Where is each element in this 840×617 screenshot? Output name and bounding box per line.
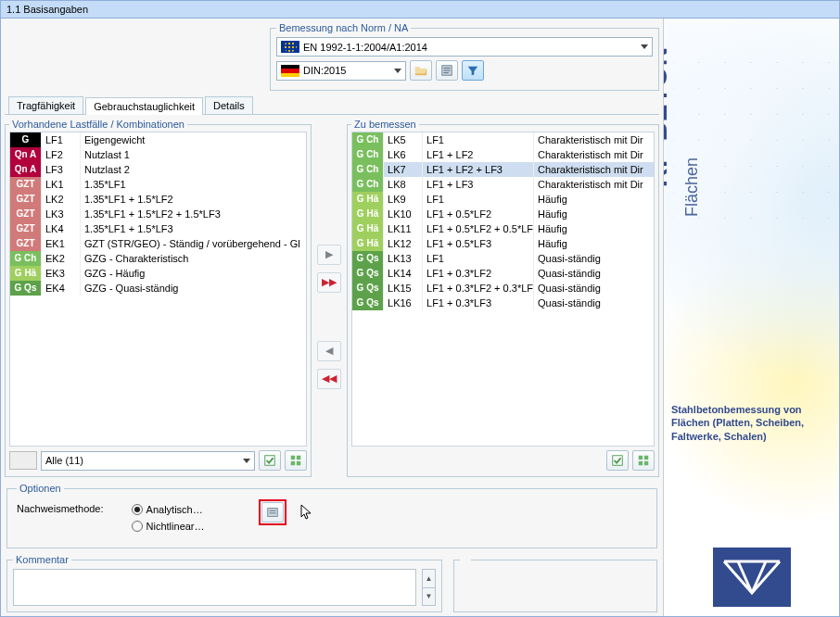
load-id: LK1 xyxy=(42,177,81,192)
tab-serviceability[interactable]: Gebrauchstauglichkeit xyxy=(85,97,203,115)
load-id: LK12 xyxy=(384,236,423,251)
list-item[interactable]: G QsLK15LF1 + 0.3*LF2 + 0.3*LFQuasi-stän… xyxy=(352,281,654,296)
load-id: LK6 xyxy=(384,147,423,162)
color-swatch xyxy=(9,451,37,470)
load-id: LK7 xyxy=(384,162,423,177)
load-id: EK2 xyxy=(42,251,81,266)
design-norm-legend: Bemessung nach Norm / NA xyxy=(276,22,411,33)
load-type-tag: GZT xyxy=(10,177,42,192)
aux-group: x xyxy=(453,554,657,612)
open-file-button[interactable] xyxy=(410,60,432,81)
load-desc: 1.35*LF1 + 1.5*LF2 + 1.5*LF3 xyxy=(81,207,306,221)
load-id: LK2 xyxy=(42,192,81,207)
chevron-down-icon xyxy=(243,459,250,463)
load-desc: LF1 + 0.3*LF2 xyxy=(423,266,533,281)
select-all-right-button[interactable] xyxy=(606,450,629,471)
list-item[interactable]: G ChEK2GZG - Charakteristisch xyxy=(10,251,306,266)
list-item[interactable]: G ChLK7LF1 + LF2 + LF3Charakteristisch m… xyxy=(352,162,654,177)
list-item[interactable]: GZTLK11.35*LF1 xyxy=(10,177,306,192)
list-item[interactable]: G HäLK9LF1Häufig xyxy=(352,192,654,207)
radio-analytical[interactable]: Analytisch… xyxy=(132,501,205,518)
load-detail: Häufig xyxy=(533,221,654,236)
load-id: LK16 xyxy=(384,296,423,310)
load-type-tag: G Hä xyxy=(352,192,384,207)
filter-value: Alle (11) xyxy=(45,455,83,466)
load-type-tag: G Qs xyxy=(352,296,384,310)
to-design-legend: Zu bemessen xyxy=(351,119,419,130)
list-item[interactable]: G QsEK4GZG - Quasi-ständig xyxy=(10,281,306,296)
load-detail: Häufig xyxy=(533,207,654,221)
group-right-button[interactable] xyxy=(632,450,655,471)
radio-nonlinear[interactable]: Nichtlinear… xyxy=(132,518,205,535)
tab-details[interactable]: Details xyxy=(205,96,253,114)
svg-rect-9 xyxy=(639,461,643,465)
cursor-icon xyxy=(300,509,313,523)
load-detail: Charakteristisch mit Dir xyxy=(533,177,654,192)
load-desc: 1.35*LF1 + 1.5*LF3 xyxy=(81,221,306,236)
list-item[interactable]: GZTLK41.35*LF1 + 1.5*LF3 xyxy=(10,221,306,236)
move-right-button[interactable]: ▶ xyxy=(317,245,341,265)
load-type-tag: G Ch xyxy=(352,132,384,147)
load-desc: 1.35*LF1 + 1.5*LF2 xyxy=(81,192,306,207)
filter-button[interactable] xyxy=(462,60,484,81)
list-item[interactable]: G HäLK12LF1 + 0.5*LF3Häufig xyxy=(352,236,654,251)
to-design-list[interactable]: G ChLK5LF1Charakteristisch mit DirG ChLK… xyxy=(351,132,655,447)
select-all-button[interactable] xyxy=(259,450,281,471)
options-group: Optionen Nachweismethode: Analytisch… Ni… xyxy=(6,483,657,548)
list-item[interactable]: G QsLK16LF1 + 0.3*LF3Quasi-ständig xyxy=(352,296,654,310)
load-type-tag: Qn A xyxy=(10,162,42,177)
norm-dropdown[interactable]: EN 1992-1-1:2004/A1:2014 xyxy=(276,37,653,57)
load-desc: LF1 xyxy=(423,251,533,266)
list-item[interactable]: G QsLK13LF1Quasi-ständig xyxy=(352,251,654,266)
move-all-right-button[interactable]: ▶▶ xyxy=(317,272,341,293)
method-settings-button[interactable] xyxy=(261,502,284,523)
load-desc: LF1 + LF2 xyxy=(423,147,533,162)
move-left-button[interactable]: ◀ xyxy=(317,341,341,361)
radio-icon xyxy=(132,521,143,532)
comment-legend: Kommentar xyxy=(13,554,71,565)
list-item[interactable]: G QsLK14LF1 + 0.3*LF2Quasi-ständig xyxy=(352,266,654,281)
settings-highlight xyxy=(259,499,286,525)
list-item[interactable]: GZTEK1GZT (STR/GEO) - Ständig / vorüberg… xyxy=(10,236,306,251)
chevron-up-icon: ▲ xyxy=(423,570,435,587)
list-item[interactable]: G HäLK11LF1 + 0.5*LF2 + 0.5*LFHäufig xyxy=(352,221,654,236)
move-all-left-button[interactable]: ◀◀ xyxy=(317,369,341,389)
comment-textarea[interactable] xyxy=(13,569,416,606)
chevron-down-icon: ▼ xyxy=(423,587,435,606)
load-id: EK3 xyxy=(42,266,81,281)
load-desc: GZG - Häufig xyxy=(81,266,306,281)
load-desc: Nutzlast 2 xyxy=(81,162,306,177)
load-type-tag: GZT xyxy=(10,192,42,207)
load-type-tag: G Hä xyxy=(352,207,384,221)
window-title: 1.1 Basisangaben xyxy=(1,1,839,19)
load-type-tag: G Hä xyxy=(352,221,384,236)
load-id: LF1 xyxy=(42,132,81,147)
list-item[interactable]: Qn ALF2Nutzlast 1 xyxy=(10,147,306,162)
options-legend: Optionen xyxy=(17,483,64,494)
list-item[interactable]: GLF1Eigengewicht xyxy=(10,132,306,147)
add-selection-button[interactable] xyxy=(285,450,307,471)
chevron-down-icon xyxy=(394,69,401,73)
list-item[interactable]: GZTLK31.35*LF1 + 1.5*LF2 + 1.5*LF3 xyxy=(10,207,306,221)
svg-rect-2 xyxy=(291,456,295,460)
load-desc: LF1 + 0.5*LF2 xyxy=(423,207,533,221)
load-id: LK14 xyxy=(384,266,423,281)
load-id: LK13 xyxy=(384,251,423,266)
list-item[interactable]: G HäEK3GZG - Häufig xyxy=(10,266,306,281)
na-dropdown[interactable]: DIN:2015 xyxy=(276,61,406,81)
tab-ultimate[interactable]: Tragfähigkeit xyxy=(8,96,83,114)
comment-spinner[interactable]: ▲▼ xyxy=(422,569,436,606)
list-item[interactable]: G ChLK5LF1Charakteristisch mit Dir xyxy=(352,132,654,147)
load-type-tag: G Hä xyxy=(352,236,384,251)
list-item[interactable]: GZTLK21.35*LF1 + 1.5*LF2 xyxy=(10,192,306,207)
list-item[interactable]: G HäLK10LF1 + 0.5*LF2Häufig xyxy=(352,207,654,221)
available-loads-list[interactable]: GLF1EigengewichtQn ALF2Nutzlast 1Qn ALF3… xyxy=(9,132,307,447)
edit-params-button[interactable] xyxy=(436,60,458,81)
load-id: LK10 xyxy=(384,207,423,221)
load-desc: LF1 xyxy=(423,192,533,207)
list-item[interactable]: G ChLK8LF1 + LF3Charakteristisch mit Dir xyxy=(352,177,654,192)
list-item[interactable]: Qn ALF3Nutzlast 2 xyxy=(10,162,306,177)
load-desc: LF1 + LF3 xyxy=(423,177,533,192)
filter-dropdown[interactable]: Alle (11) xyxy=(41,451,255,471)
list-item[interactable]: G ChLK6LF1 + LF2Charakteristisch mit Dir xyxy=(352,147,654,162)
